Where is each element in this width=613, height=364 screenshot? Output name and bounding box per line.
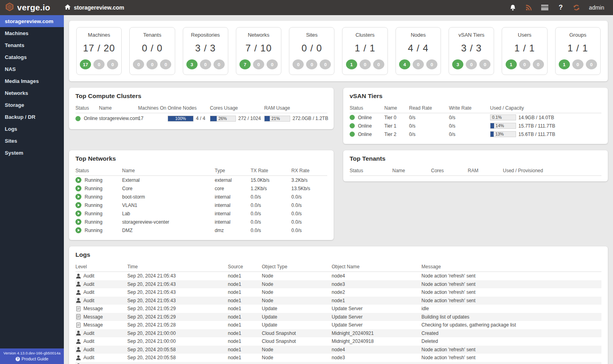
summary-card-vsan-tiers[interactable]: vSAN Tiers3 / 3300 [449, 27, 494, 75]
sidebar-item-sites[interactable]: Sites [0, 135, 64, 147]
summary-card-clusters[interactable]: Clusters1 / 1100 [342, 27, 388, 75]
used-capacity-progress-fill [490, 123, 494, 128]
count-badge: 1 [559, 59, 570, 69]
compute-column-header: Machines On [138, 105, 168, 111]
table-row[interactable]: OnlineTier 20/s0/s13%15.6TB / 111.7TB [350, 130, 601, 138]
status-cell: Online [350, 132, 384, 137]
card-badges: 300 [451, 59, 492, 69]
summary-card-nodes[interactable]: Nodes4 / 4400 [395, 27, 441, 75]
sidebar-item-catalogs[interactable]: Catalogs [0, 51, 64, 63]
table-row[interactable]: RunningExternalexternal15.0Kb/s3.2Kb/s [75, 176, 327, 184]
sidebar-item-nas[interactable]: NAS [0, 63, 64, 75]
top-networks-title[interactable]: Top Networks [75, 155, 327, 162]
logs-title[interactable]: Logs [75, 251, 601, 258]
status-cell: Running [75, 194, 122, 200]
log-message: Building list of updates [421, 314, 601, 320]
sidebar-item-media-images[interactable]: Media Images [0, 75, 64, 87]
summary-card-repositories[interactable]: Repositories3 / 3300 [183, 27, 228, 75]
card-count: 7 / 10 [238, 43, 279, 54]
breadcrumb[interactable]: storagereview.com [65, 4, 124, 11]
table-row[interactable]: MessageSep 20, 2024 21:05:29node1UpdateU… [75, 305, 601, 313]
sidebar-item-networks[interactable]: Networks [0, 87, 64, 99]
table-row[interactable]: MessageSep 20, 2024 21:05:29node1UpdateU… [75, 313, 601, 321]
table-row[interactable]: Runningboot-storminternal0.0/s0.0/s [75, 193, 327, 201]
rss-icon[interactable] [525, 4, 532, 11]
table-row[interactable]: AuditSep 20, 2024 21:05:43node1Nodenode2… [75, 288, 601, 297]
table-row[interactable]: AuditSep 20, 2024 21:00:00node1Cloud Sna… [75, 337, 601, 346]
sidebar-item-active[interactable]: storagereview.com [0, 15, 64, 27]
summary-card-tenants[interactable]: Tenants0 / 0000 [129, 27, 175, 75]
table-row[interactable]: RunningCorecore1.2Kb/s13.5Kb/s [75, 184, 327, 193]
count-badge: 0 [466, 59, 477, 69]
card-title: vSAN Tiers [451, 32, 492, 38]
product-guide-link[interactable]: ? Product Guide [2, 356, 62, 361]
card-count: 1 / 1 [504, 43, 545, 54]
table-row[interactable]: RunningVLAN1internal0.0/s0.0/s [75, 201, 327, 209]
help-icon[interactable]: ? [557, 4, 564, 11]
log-object-type: Update [262, 322, 332, 328]
summary-card-groups[interactable]: Groups1 / 1100 [555, 27, 601, 75]
network-type: internal [215, 211, 251, 216]
compute-column-header: RAM Usage [264, 105, 327, 111]
rx-rate: 13.5Kb/s [291, 186, 327, 191]
tier-name: Tier 1 [384, 123, 409, 129]
log-level-label: Audit [83, 338, 94, 344]
message-doc-icon [75, 322, 81, 328]
table-row[interactable]: AuditSep 20, 2024 20:05:58node1Nodenode3… [75, 354, 601, 362]
table-row[interactable]: AuditSep 20, 2024 21:05:43node1Nodenode3… [75, 280, 601, 289]
table-row[interactable]: AuditSep 20, 2024 21:00:00node1Cloud Sna… [75, 329, 601, 338]
log-level-cell: Message [75, 306, 127, 312]
sidebar-item-tenants[interactable]: Tenants [0, 39, 64, 51]
log-time: Sep 20, 2024 20:05:58 [127, 347, 228, 352]
bell-icon[interactable] [509, 4, 516, 11]
network-type: core [215, 186, 251, 191]
sidebar: storagereview.com MachinesTenantsCatalog… [0, 15, 64, 364]
summary-card-sites[interactable]: Sites0 / 0000 [289, 27, 334, 75]
top-compute-clusters-title[interactable]: Top Compute Clusters [75, 92, 327, 100]
table-row[interactable]: OnlineTier 00/s0/s0.1%14.9GB / 14.0TB [350, 113, 601, 122]
used-capacity-usage-cell: 14%15.7TB / 111.7TB [490, 123, 601, 129]
verge-io-logo[interactable]: verge.io [0, 2, 56, 13]
table-row[interactable]: Runningstoragereview-vcenterinternal0.0/… [75, 218, 327, 226]
log-level-label: Audit [83, 281, 94, 287]
table-row[interactable]: AuditSep 20, 2024 21:05:43node1Nodenode4… [75, 272, 601, 280]
tasks-icon[interactable] [541, 4, 548, 11]
summary-card-networks[interactable]: Networks7 / 10700 [236, 27, 281, 75]
summary-card-machines[interactable]: Machines17 / 201700 [76, 27, 122, 75]
summary-card-users[interactable]: Users1 / 1100 [502, 27, 547, 75]
used-capacity-progress-bar: 13% [490, 131, 516, 137]
log-message: Created [421, 331, 601, 336]
table-row[interactable]: OnlineTier 10/s0/s14%15.7TB / 111.7TB [350, 122, 601, 130]
log-level-cell: Audit [75, 338, 127, 344]
cores-progress-label: 26% [218, 116, 227, 121]
logs-column-header: Source [228, 264, 262, 270]
log-object-name: Update Server [332, 322, 421, 328]
table-row[interactable]: MessageSep 20, 2024 21:05:28node1UpdateU… [75, 321, 601, 329]
table-row[interactable]: RunningLabinternal0.0/s0.0/s [75, 209, 327, 218]
sidebar-item-logs[interactable]: Logs [0, 123, 64, 135]
table-row[interactable]: Onlinestoragereview.com17100%4 / 426%272… [75, 113, 327, 124]
table-row[interactable]: RunningDMZdmz0.0/s0.0/s [75, 226, 327, 234]
online-nodes-progress-label: 100% [168, 116, 193, 121]
table-row[interactable]: AuditSep 20, 2024 20:05:58node1Nodenode4… [75, 346, 601, 354]
log-source: node1 [228, 273, 262, 279]
table-row[interactable]: AuditSep 20, 2024 20:05:58node1Nodenode2… [75, 362, 601, 364]
sidebar-item-storage[interactable]: Storage [0, 99, 64, 111]
vsan-tiers-title[interactable]: vSAN Tiers [350, 92, 601, 100]
logs-panel: Logs LevelTimeSourceObject TypeObject Na… [69, 246, 608, 364]
count-badge: 0 [267, 59, 278, 69]
refresh-icon[interactable] [573, 4, 580, 11]
audit-user-icon [75, 297, 81, 303]
status-dot-online [75, 116, 81, 121]
user-menu[interactable]: admin [589, 4, 604, 11]
count-badge: 0 [572, 59, 583, 69]
sidebar-item-machines[interactable]: Machines [0, 27, 64, 39]
top-tenants-title[interactable]: Top Tenants [350, 155, 601, 162]
sidebar-item-system[interactable]: System [0, 147, 64, 159]
status-dot-online [350, 115, 355, 120]
status-cell: Online [75, 116, 99, 121]
sidebar-item-backup-dr[interactable]: Backup / DR [0, 111, 64, 123]
count-badge: 0 [373, 59, 384, 69]
count-badge: 0 [146, 59, 158, 69]
table-row[interactable]: AuditSep 20, 2024 21:05:43node1Nodenode1… [75, 297, 601, 305]
